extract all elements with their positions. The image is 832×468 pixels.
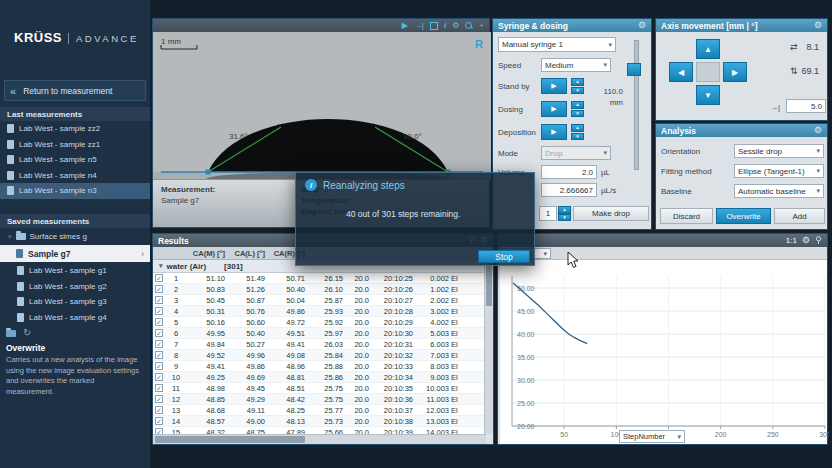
row-checkbox[interactable]: ✓ xyxy=(153,329,167,338)
table-row[interactable]: ✓151.1051.4950.7126.1520.020:10:250.002E… xyxy=(153,273,486,284)
needle-position-slider-handle[interactable] xyxy=(627,63,641,76)
row-checkbox[interactable]: ✓ xyxy=(153,307,167,316)
column-header[interactable]: CA(M) [°] xyxy=(187,249,227,258)
baseline-select[interactable]: Automatic baseline ▾ xyxy=(734,184,824,198)
x-axis-select[interactable]: StepNumber ▾ xyxy=(619,430,685,443)
table-row[interactable]: ✓1248.8549.2948.4225.7520.020:10:3611.00… xyxy=(153,394,486,405)
table-row[interactable]: ✓1448.5749.0048.1325.7320.020:10:3813.00… xyxy=(153,416,486,427)
gear-icon[interactable]: ⚙ xyxy=(802,236,810,245)
row-checkbox[interactable]: ✓ xyxy=(153,351,167,360)
return-to-measurement-button[interactable]: « Return to measurement xyxy=(4,80,146,101)
row-checkbox[interactable]: ✓ xyxy=(153,406,167,415)
fitting-method-value: Ellipse (Tangent-1) xyxy=(738,167,814,176)
make-drop-button[interactable]: Make drop xyxy=(573,206,649,221)
step-up-button[interactable]: ▴ xyxy=(571,78,584,86)
row-checkbox[interactable]: ✓ xyxy=(153,318,167,327)
orientation-select[interactable]: Sessile drop ▾ xyxy=(734,144,824,158)
table-row[interactable]: ✓749.8450.2749.4126.0320.020:10:316.003E… xyxy=(153,339,486,350)
discard-button[interactable]: Discard xyxy=(660,208,713,224)
step-down-button[interactable]: ▾ xyxy=(571,110,584,118)
step-down-button[interactable]: ▾ xyxy=(558,214,571,222)
sidebar-item-last-measurement[interactable]: Lab West - sample n3 xyxy=(0,183,150,199)
row-checkbox[interactable]: ✓ xyxy=(153,395,167,404)
table-row[interactable]: ✓849.5249.9649.0825.8420.020:10:327.003E… xyxy=(153,350,486,361)
row-checkbox[interactable]: ✓ xyxy=(153,340,167,349)
drop-count-input[interactable]: 1 xyxy=(539,206,557,221)
row-checkbox[interactable]: ✓ xyxy=(153,373,167,382)
step-size-input[interactable]: 5.0 xyxy=(786,99,826,113)
vertical-scrollbar-thumb[interactable] xyxy=(486,260,492,306)
standby-play-button[interactable]: ▶ xyxy=(541,78,567,94)
standby-label: Stand by xyxy=(498,82,530,91)
column-header[interactable]: CA(L) [°] xyxy=(227,249,267,258)
row-checkbox[interactable]: ✓ xyxy=(153,384,167,393)
play-icon[interactable]: ▶ xyxy=(402,22,408,30)
step-up-button[interactable]: ▴ xyxy=(571,101,584,109)
table-row[interactable]: ✓1049.2549.6948.8125.8620.020:10:349.003… xyxy=(153,372,486,383)
syringe-select[interactable]: Manual syringe 1 ▾ xyxy=(498,37,616,52)
speed-select[interactable]: Medium ▾ xyxy=(541,58,611,72)
table-row[interactable]: ✓550.1650.6049.7225.9220.020:10:294.002E… xyxy=(153,317,486,328)
frame-icon[interactable] xyxy=(430,22,438,30)
gear-icon[interactable]: ⚙ xyxy=(814,21,822,30)
sidebar-item-last-measurement[interactable]: Lab West - sample n5 xyxy=(0,152,150,168)
sidebar-item-saved-measurement[interactable]: Lab West - sample g4 xyxy=(0,310,150,326)
sidebar-item-last-measurement[interactable]: Lab West - sample zz2 xyxy=(0,121,150,137)
table-row[interactable]: ✓350.4550.8750.0425.8720.020:10:272.002E… xyxy=(153,295,486,306)
table-cell: 25.92 xyxy=(307,318,345,327)
gear-icon[interactable]: ⚙ xyxy=(452,22,459,30)
chart-plot-area[interactable]: 5010015020025030050.0045.0040.0035.0030.… xyxy=(500,260,827,444)
overwrite-button[interactable]: Overwrite xyxy=(716,208,771,224)
gear-icon[interactable]: ⚙ xyxy=(638,21,646,30)
move-right-button[interactable]: ▶ xyxy=(723,62,747,82)
fitting-method-select[interactable]: Ellipse (Tangent-1) ▾ xyxy=(734,164,824,178)
volume-input[interactable]: 2.0 xyxy=(541,165,597,179)
deposition-play-button[interactable]: ▶ xyxy=(541,124,567,140)
sidebar-item-selected-sample[interactable]: Sample g7 › xyxy=(0,245,150,262)
analysis-panel-header: Analysis ⚙ xyxy=(656,124,827,137)
table-row[interactable]: ✓450.3150.7649.8625.9320.020:10:283.002E… xyxy=(153,306,486,317)
move-left-button[interactable]: ◀ xyxy=(669,62,693,82)
sidebar-item-last-measurement[interactable]: Lab West - sample n4 xyxy=(0,168,150,184)
table-cell: 20:10:30 xyxy=(371,329,415,338)
row-checkbox[interactable]: ✓ xyxy=(153,285,167,294)
row-checkbox[interactable]: ✓ xyxy=(153,417,167,426)
step-up-button[interactable]: ▴ xyxy=(571,124,584,132)
info-icon[interactable]: i xyxy=(444,22,446,30)
step-down-button[interactable]: ▾ xyxy=(571,133,584,141)
row-checkbox[interactable]: ✓ xyxy=(153,362,167,371)
refresh-icon[interactable]: ↻ xyxy=(23,328,31,338)
table-row[interactable]: ✓1148.9849.4548.5125.7520.020:10:3510.00… xyxy=(153,383,486,394)
step-down-button[interactable]: ▾ xyxy=(571,87,584,95)
sidebar-item-last-measurement[interactable]: Lab West - sample zz1 xyxy=(0,137,150,153)
step-up-button[interactable]: ▴ xyxy=(558,206,571,214)
rate-input[interactable]: 2.666667 xyxy=(541,183,597,197)
needle-position-slider-track[interactable] xyxy=(634,40,639,170)
sidebar-item-saved-measurement[interactable]: Lab West - sample g2 xyxy=(0,279,150,295)
table-row[interactable]: ✓250.8351.2650.4026.1020.020:10:261.002E… xyxy=(153,284,486,295)
sidebar-item-saved-measurement[interactable]: Lab West - sample g1 xyxy=(0,263,150,279)
row-checkbox[interactable]: ✓ xyxy=(153,274,167,283)
table-row[interactable]: ✓949.4149.8648.9625.8820.020:10:338.003E… xyxy=(153,361,486,372)
table-row[interactable]: ✓1348.6849.1148.2525.7720.020:10:3712.00… xyxy=(153,405,486,416)
stop-button[interactable]: Stop xyxy=(478,250,530,263)
move-down-button[interactable]: ▼ xyxy=(696,85,720,105)
move-up-button[interactable]: ▲ xyxy=(696,39,720,59)
deposition-stepper: ▴ ▾ xyxy=(571,124,584,140)
horizontal-scrollbar-thumb[interactable] xyxy=(155,436,305,443)
table-row[interactable]: ✓649.9550.4049.5125.9720.020:10:305.003E… xyxy=(153,328,486,339)
skip-icon[interactable]: →| xyxy=(414,22,424,30)
row-checkbox[interactable]: ✓ xyxy=(153,296,167,305)
add-button[interactable]: Add xyxy=(774,208,825,224)
zoom-icon[interactable] xyxy=(465,22,473,30)
dosing-play-button[interactable]: ▶ xyxy=(541,101,567,117)
new-folder-icon[interactable] xyxy=(6,330,16,337)
saved-group-item[interactable]: ▾ Surface simes g xyxy=(0,229,150,244)
crosshair-icon[interactable]: + xyxy=(479,22,484,30)
pin-icon[interactable] xyxy=(815,236,822,245)
horizontal-scrollbar[interactable] xyxy=(153,434,486,444)
sidebar-item-saved-measurement[interactable]: Lab West - sample g3 xyxy=(0,294,150,310)
gear-icon[interactable]: ⚙ xyxy=(814,126,822,135)
vertical-scrollbar[interactable] xyxy=(484,247,493,434)
table-cell: 20:10:33 xyxy=(371,362,415,371)
